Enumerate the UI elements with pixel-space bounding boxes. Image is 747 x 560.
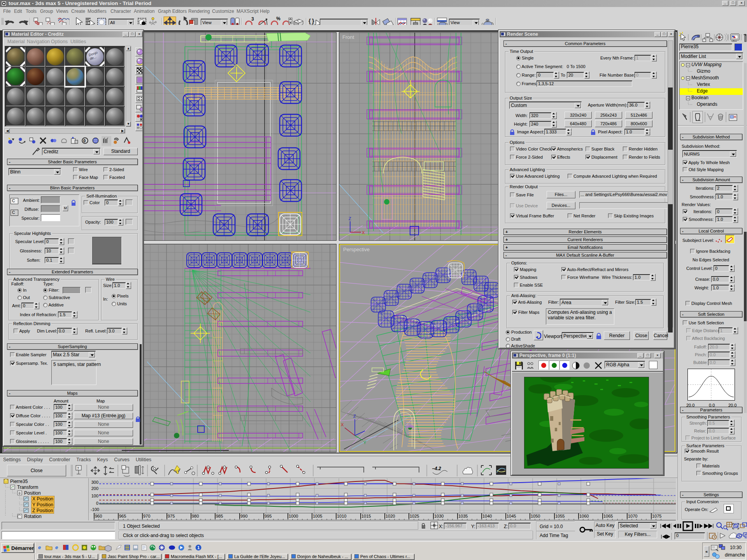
- svg-text:1050: 1050: [531, 514, 540, 518]
- svg-text:1030: 1030: [434, 514, 444, 518]
- svg-text:X: X: [341, 422, 344, 427]
- svg-text:1020: 1020: [386, 514, 395, 518]
- svg-text:975: 975: [168, 514, 175, 518]
- svg-text:−4.2: −4.2: [432, 466, 441, 471]
- svg-text:?: ?: [77, 466, 79, 470]
- svg-text:1015: 1015: [361, 514, 371, 518]
- svg-text:1: 1: [197, 545, 200, 550]
- svg-text:1040: 1040: [482, 514, 492, 518]
- svg-text:Z: Z: [349, 216, 351, 221]
- svg-text:1010: 1010: [337, 514, 346, 518]
- svg-text:Perspective: Perspective: [343, 247, 370, 252]
- svg-text:1045: 1045: [507, 514, 516, 518]
- svg-text:Front: Front: [342, 34, 354, 40]
- svg-text:e: e: [55, 544, 58, 550]
- svg-text:1025: 1025: [410, 514, 419, 518]
- svg-text:1060: 1060: [579, 514, 589, 518]
- svg-text:1005: 1005: [313, 514, 322, 518]
- svg-text:1070: 1070: [628, 514, 637, 518]
- svg-text:960: 960: [95, 514, 102, 518]
- svg-text:Y: Y: [363, 440, 366, 445]
- svg-text:990: 990: [240, 514, 247, 518]
- svg-text:1075: 1075: [652, 514, 661, 518]
- svg-text:985: 985: [216, 514, 223, 518]
- svg-text:X: X: [362, 230, 365, 235]
- svg-text:965: 965: [119, 514, 126, 518]
- svg-text:0: 0: [83, 139, 86, 143]
- svg-text:{ }: { }: [309, 18, 314, 24]
- svg-text:Z: Z: [353, 414, 356, 418]
- svg-text:980: 980: [192, 514, 199, 518]
- svg-text:1035: 1035: [458, 514, 468, 518]
- svg-text:995: 995: [265, 514, 272, 518]
- svg-text:1065: 1065: [603, 514, 613, 518]
- svg-text:1000: 1000: [289, 514, 298, 518]
- svg-text:%: %: [276, 16, 281, 21]
- svg-text:3: 3: [251, 16, 254, 22]
- svg-text:e: e: [38, 544, 41, 550]
- svg-text:1055: 1055: [555, 514, 565, 518]
- svg-text:970: 970: [143, 514, 150, 518]
